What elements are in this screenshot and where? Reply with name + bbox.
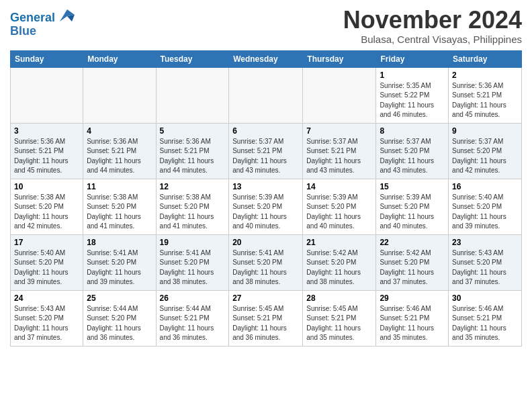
day-info: Sunrise: 5:36 AM Sunset: 5:21 PM Dayligh… — [160, 137, 226, 176]
calendar-cell — [156, 67, 229, 123]
day-number: 10 — [14, 182, 79, 191]
day-number: 25 — [87, 293, 152, 303]
day-info: Sunrise: 5:38 AM Sunset: 5:20 PM Dayligh… — [87, 193, 152, 232]
weekday-header: Saturday — [449, 50, 522, 67]
calendar-cell: 3Sunrise: 5:36 AM Sunset: 5:21 PM Daylig… — [11, 123, 83, 179]
calendar-header-row: SundayMondayTuesdayWednesdayThursdayFrid… — [11, 50, 522, 67]
day-info: Sunrise: 5:42 AM Sunset: 5:20 PM Dayligh… — [306, 248, 372, 287]
day-number: 8 — [380, 126, 445, 136]
calendar-cell: 5Sunrise: 5:36 AM Sunset: 5:21 PM Daylig… — [156, 123, 229, 179]
calendar-cell: 29Sunrise: 5:46 AM Sunset: 5:21 PM Dayli… — [376, 290, 449, 346]
calendar-cell: 18Sunrise: 5:41 AM Sunset: 5:20 PM Dayli… — [83, 234, 156, 290]
calendar-cell: 24Sunrise: 5:43 AM Sunset: 5:20 PM Dayli… — [11, 290, 83, 346]
day-info: Sunrise: 5:46 AM Sunset: 5:21 PM Dayligh… — [452, 304, 518, 343]
calendar-cell: 6Sunrise: 5:37 AM Sunset: 5:21 PM Daylig… — [229, 123, 303, 179]
calendar-cell: 14Sunrise: 5:39 AM Sunset: 5:20 PM Dayli… — [303, 179, 376, 234]
day-info: Sunrise: 5:37 AM Sunset: 5:21 PM Dayligh… — [232, 137, 299, 176]
calendar-cell: 20Sunrise: 5:41 AM Sunset: 5:20 PM Dayli… — [229, 234, 303, 290]
day-number: 29 — [380, 293, 445, 303]
day-info: Sunrise: 5:43 AM Sunset: 5:20 PM Dayligh… — [452, 248, 518, 287]
calendar-cell: 23Sunrise: 5:43 AM Sunset: 5:20 PM Dayli… — [449, 234, 522, 290]
day-number: 14 — [306, 182, 372, 191]
weekday-header: Monday — [83, 50, 156, 67]
day-info: Sunrise: 5:45 AM Sunset: 5:21 PM Dayligh… — [306, 304, 372, 343]
logo-text: General — [10, 9, 75, 25]
day-info: Sunrise: 5:36 AM Sunset: 5:21 PM Dayligh… — [452, 81, 518, 120]
calendar-cell: 11Sunrise: 5:38 AM Sunset: 5:20 PM Dayli… — [83, 179, 156, 234]
calendar-cell — [229, 67, 303, 123]
day-info: Sunrise: 5:41 AM Sunset: 5:20 PM Dayligh… — [160, 248, 226, 287]
calendar-cell: 21Sunrise: 5:42 AM Sunset: 5:20 PM Dayli… — [303, 234, 376, 290]
location: Bulasa, Central Visayas, Philippines — [343, 34, 522, 45]
calendar-cell: 25Sunrise: 5:44 AM Sunset: 5:20 PM Dayli… — [83, 290, 156, 346]
logo-bird-icon — [60, 9, 75, 21]
day-number: 28 — [306, 293, 372, 303]
day-number: 2 — [452, 71, 518, 80]
weekday-header: Tuesday — [156, 50, 229, 67]
calendar-cell: 9Sunrise: 5:37 AM Sunset: 5:20 PM Daylig… — [449, 123, 522, 179]
day-info: Sunrise: 5:41 AM Sunset: 5:20 PM Dayligh… — [232, 248, 299, 287]
day-number: 9 — [452, 126, 518, 136]
day-number: 16 — [452, 182, 518, 191]
day-number: 15 — [380, 182, 445, 191]
day-info: Sunrise: 5:42 AM Sunset: 5:20 PM Dayligh… — [380, 248, 445, 287]
day-info: Sunrise: 5:36 AM Sunset: 5:21 PM Dayligh… — [14, 137, 79, 176]
day-info: Sunrise: 5:35 AM Sunset: 5:22 PM Dayligh… — [380, 81, 445, 120]
calendar-cell — [83, 67, 156, 123]
calendar-cell: 19Sunrise: 5:41 AM Sunset: 5:20 PM Dayli… — [156, 234, 229, 290]
month-title: November 2024 — [343, 7, 522, 34]
day-number: 5 — [160, 126, 226, 136]
weekday-header: Wednesday — [229, 50, 303, 67]
day-number: 20 — [232, 238, 299, 247]
day-number: 4 — [87, 126, 152, 136]
calendar-cell: 28Sunrise: 5:45 AM Sunset: 5:21 PM Dayli… — [303, 290, 376, 346]
calendar-cell: 8Sunrise: 5:37 AM Sunset: 5:20 PM Daylig… — [376, 123, 449, 179]
calendar-cell: 26Sunrise: 5:44 AM Sunset: 5:21 PM Dayli… — [156, 290, 229, 346]
day-info: Sunrise: 5:40 AM Sunset: 5:20 PM Dayligh… — [452, 193, 518, 232]
day-number: 17 — [14, 238, 79, 247]
calendar-week-row: 17Sunrise: 5:40 AM Sunset: 5:20 PM Dayli… — [11, 234, 522, 290]
calendar-cell: 27Sunrise: 5:45 AM Sunset: 5:21 PM Dayli… — [229, 290, 303, 346]
header: General Blue November 2024 Bulasa, Centr… — [10, 7, 522, 45]
day-info: Sunrise: 5:38 AM Sunset: 5:20 PM Dayligh… — [14, 193, 79, 232]
day-info: Sunrise: 5:40 AM Sunset: 5:20 PM Dayligh… — [14, 248, 79, 287]
day-number: 30 — [452, 293, 518, 303]
calendar-cell: 22Sunrise: 5:42 AM Sunset: 5:20 PM Dayli… — [376, 234, 449, 290]
calendar-week-row: 24Sunrise: 5:43 AM Sunset: 5:20 PM Dayli… — [11, 290, 522, 346]
day-info: Sunrise: 5:45 AM Sunset: 5:21 PM Dayligh… — [232, 304, 299, 343]
day-info: Sunrise: 5:38 AM Sunset: 5:20 PM Dayligh… — [160, 193, 226, 232]
day-number: 12 — [160, 182, 226, 191]
calendar-cell: 10Sunrise: 5:38 AM Sunset: 5:20 PM Dayli… — [11, 179, 83, 234]
day-number: 11 — [87, 182, 152, 191]
logo: General Blue — [10, 9, 75, 38]
calendar-cell — [303, 67, 376, 123]
weekday-header: Sunday — [11, 50, 83, 67]
weekday-header: Thursday — [303, 50, 376, 67]
day-info: Sunrise: 5:36 AM Sunset: 5:21 PM Dayligh… — [87, 137, 152, 176]
day-number: 24 — [14, 293, 79, 303]
day-number: 1 — [380, 71, 445, 80]
day-info: Sunrise: 5:44 AM Sunset: 5:21 PM Dayligh… — [160, 304, 226, 343]
day-number: 18 — [87, 238, 152, 247]
calendar-cell: 2Sunrise: 5:36 AM Sunset: 5:21 PM Daylig… — [449, 67, 522, 123]
calendar-cell: 17Sunrise: 5:40 AM Sunset: 5:20 PM Dayli… — [11, 234, 83, 290]
page: General Blue November 2024 Bulasa, Centr… — [0, 0, 532, 353]
day-number: 23 — [452, 238, 518, 247]
day-info: Sunrise: 5:46 AM Sunset: 5:21 PM Dayligh… — [380, 304, 445, 343]
day-info: Sunrise: 5:39 AM Sunset: 5:20 PM Dayligh… — [380, 193, 445, 232]
calendar-week-row: 10Sunrise: 5:38 AM Sunset: 5:20 PM Dayli… — [11, 179, 522, 234]
day-info: Sunrise: 5:37 AM Sunset: 5:20 PM Dayligh… — [452, 137, 518, 176]
calendar-cell: 12Sunrise: 5:38 AM Sunset: 5:20 PM Dayli… — [156, 179, 229, 234]
calendar-cell: 16Sunrise: 5:40 AM Sunset: 5:20 PM Dayli… — [449, 179, 522, 234]
day-info: Sunrise: 5:37 AM Sunset: 5:20 PM Dayligh… — [380, 137, 445, 176]
day-number: 27 — [232, 293, 299, 303]
logo-general: General — [10, 11, 55, 24]
day-info: Sunrise: 5:41 AM Sunset: 5:20 PM Dayligh… — [87, 248, 152, 287]
calendar-cell — [11, 67, 83, 123]
day-number: 13 — [232, 182, 299, 191]
day-info: Sunrise: 5:43 AM Sunset: 5:20 PM Dayligh… — [14, 304, 79, 343]
calendar-cell: 4Sunrise: 5:36 AM Sunset: 5:21 PM Daylig… — [83, 123, 156, 179]
day-number: 22 — [380, 238, 445, 247]
calendar: SundayMondayTuesdayWednesdayThursdayFrid… — [10, 50, 522, 347]
day-number: 26 — [160, 293, 226, 303]
